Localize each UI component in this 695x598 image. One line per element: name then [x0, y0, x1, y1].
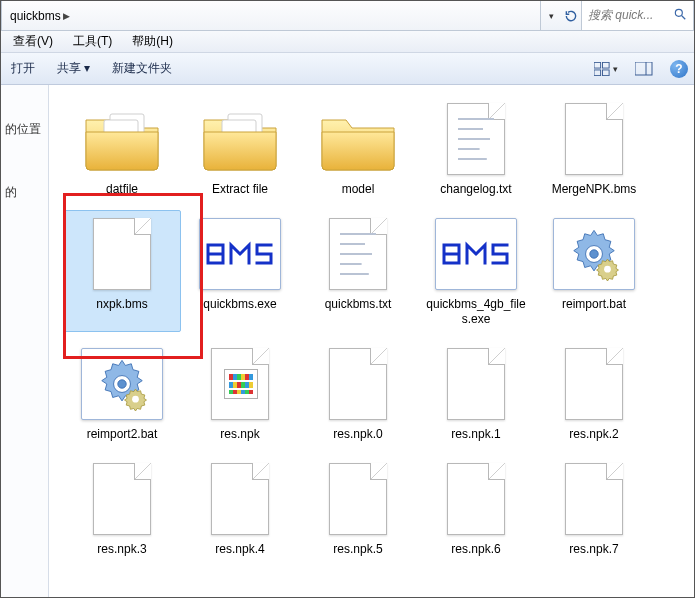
file-item[interactable]: changelog.txt [417, 95, 535, 202]
command-toolbar: 打开 共享 ▾ 新建文件夹 ▾ ? [1, 53, 694, 85]
file-icon [435, 217, 517, 291]
file-label: res.npk.3 [97, 542, 146, 557]
file-label: res.npk.2 [569, 427, 618, 442]
file-label: reimport.bat [562, 297, 626, 312]
breadcrumb[interactable]: quickbms ▶ [1, 1, 541, 31]
menu-help[interactable]: 帮助(H) [128, 31, 177, 52]
sidebar-fragment-a[interactable]: 的位置 [5, 121, 44, 138]
svg-point-13 [590, 250, 598, 258]
svg-rect-3 [603, 62, 610, 68]
file-label: MergeNPK.bms [552, 182, 637, 197]
file-label: nxpk.bms [96, 297, 147, 312]
view-mode-button[interactable]: ▾ [594, 58, 618, 80]
search-placeholder: 搜索 quick... [588, 7, 653, 24]
file-item[interactable]: reimport.bat [535, 210, 653, 332]
svg-line-1 [682, 16, 686, 20]
open-button[interactable]: 打开 [7, 58, 39, 79]
svg-point-0 [675, 9, 682, 16]
file-item[interactable]: res.npk [181, 340, 299, 447]
svg-point-17 [132, 396, 139, 403]
breadcrumb-segment[interactable]: quickbms ▶ [6, 1, 78, 30]
file-item[interactable]: res.npk.7 [535, 455, 653, 562]
file-item[interactable]: MergeNPK.bms [535, 95, 653, 202]
file-item[interactable]: quickbms_4gb_files.exe [417, 210, 535, 332]
file-icon [435, 347, 517, 421]
file-item[interactable]: res.npk.2 [535, 340, 653, 447]
svg-point-14 [604, 266, 611, 273]
share-label: 共享 ▾ [57, 60, 90, 77]
file-icon [435, 462, 517, 536]
menu-tools[interactable]: 工具(T) [69, 31, 116, 52]
file-icon [81, 217, 163, 291]
refresh-button[interactable] [561, 1, 581, 30]
preview-pane-button[interactable] [632, 58, 656, 80]
file-icon [81, 347, 163, 421]
file-label: res.npk.1 [451, 427, 500, 442]
file-label: model [342, 182, 375, 197]
file-icon [553, 462, 635, 536]
file-item[interactable]: res.npk.3 [63, 455, 181, 562]
new-folder-button[interactable]: 新建文件夹 [108, 58, 176, 79]
chevron-right-icon: ▶ [61, 11, 72, 21]
file-icon [81, 102, 163, 176]
menu-view-label: 查看(V) [13, 34, 53, 48]
address-bar: quickbms ▶ ▾ 搜索 quick... [1, 1, 694, 31]
file-label: reimport2.bat [87, 427, 158, 442]
file-icon [81, 462, 163, 536]
share-button[interactable]: 共享 ▾ [53, 58, 94, 79]
sidebar-fragment-b[interactable]: 的 [5, 184, 44, 201]
open-label: 打开 [11, 60, 35, 77]
files-pane[interactable]: datfile Extract file modelchangelog.txtM… [49, 85, 694, 597]
tiles-icon [594, 62, 611, 76]
menu-bar: 查看(V) 工具(T) 帮助(H) [1, 31, 694, 53]
file-item[interactable]: res.npk.5 [299, 455, 417, 562]
file-label: res.npk.0 [333, 427, 382, 442]
file-item[interactable]: res.npk.4 [181, 455, 299, 562]
file-label: res.npk.6 [451, 542, 500, 557]
files-grid: datfile Extract file modelchangelog.txtM… [63, 95, 686, 562]
file-label: quickbms.exe [203, 297, 276, 312]
nav-sidebar: 的位置 的 [1, 85, 49, 597]
file-item[interactable]: model [299, 95, 417, 202]
menu-help-label: 帮助(H) [132, 34, 173, 48]
svg-rect-6 [635, 62, 652, 75]
refresh-icon [564, 9, 578, 23]
file-icon [199, 217, 281, 291]
file-icon [317, 462, 399, 536]
file-item[interactable]: quickbms.txt [299, 210, 417, 332]
svg-rect-2 [594, 62, 601, 68]
content-area: 的位置 的 datfile Extract file modelchangelo… [1, 85, 694, 597]
chevron-down-icon: ▾ [549, 11, 554, 21]
file-label: quickbms_4gb_files.exe [422, 297, 530, 327]
svg-rect-5 [603, 69, 610, 75]
file-label: res.npk.5 [333, 542, 382, 557]
file-item[interactable]: res.npk.1 [417, 340, 535, 447]
file-icon [199, 102, 281, 176]
history-dropdown-button[interactable]: ▾ [541, 1, 561, 30]
menu-view[interactable]: 查看(V) [9, 31, 57, 52]
file-label: changelog.txt [440, 182, 511, 197]
file-label: Extract file [212, 182, 268, 197]
file-item[interactable]: Extract file [181, 95, 299, 202]
new-folder-label: 新建文件夹 [112, 60, 172, 77]
file-item[interactable]: reimport2.bat [63, 340, 181, 447]
pane-icon [635, 62, 653, 76]
file-icon [435, 102, 517, 176]
help-button[interactable]: ? [670, 60, 688, 78]
search-input[interactable]: 搜索 quick... [582, 1, 694, 31]
file-label: res.npk [220, 427, 259, 442]
file-icon [317, 347, 399, 421]
file-item[interactable]: res.npk.6 [417, 455, 535, 562]
breadcrumb-label: quickbms [10, 9, 61, 23]
file-item[interactable]: quickbms.exe [181, 210, 299, 332]
file-label: datfile [106, 182, 138, 197]
file-icon [553, 102, 635, 176]
search-icon [673, 7, 687, 24]
file-label: quickbms.txt [325, 297, 392, 312]
file-icon [199, 347, 281, 421]
file-item[interactable]: datfile [63, 95, 181, 202]
file-item[interactable]: nxpk.bms [63, 210, 181, 332]
file-item[interactable]: res.npk.0 [299, 340, 417, 447]
svg-point-16 [118, 380, 126, 388]
file-label: res.npk.4 [215, 542, 264, 557]
